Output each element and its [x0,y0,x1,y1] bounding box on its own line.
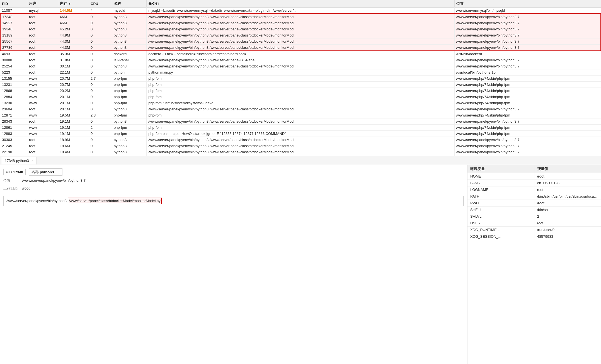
pid-value: 17348 [13,170,23,174]
table-cell: php-fpm [112,112,146,118]
table-row[interactable]: 14927root46M0python3/www/server/panel/py… [0,20,601,26]
table-cell: /www/server/panel/pyenv/bin/python3.7 [454,14,601,20]
table-row[interactable]: 21245root18.6M0python3/www/server/panel/… [0,143,601,149]
table-cell: root [27,137,58,143]
table-cell: 4 [89,8,112,14]
table-cell: root [27,118,58,125]
col-header-name[interactable]: 名称 [112,0,146,8]
env-var-name: SHLVL [467,213,534,220]
table-row[interactable]: 22190root18.4M0python3/www/server/panel/… [0,149,601,155]
table-row[interactable]: 30880root31.8M0BT-Panel/www/server/panel… [0,57,601,63]
table-row[interactable]: 13189root44.9M0python3/www/server/panel/… [0,32,601,38]
table-cell: 0 [89,38,112,45]
table-row[interactable]: 30303root18.9M0python3/www/server/panel/… [0,137,601,143]
table-row[interactable]: 13155www20.7M2.7php-fpmphp-fpm/www/serve… [0,76,601,82]
env-table-row[interactable]: SHLVL2 [467,213,601,220]
table-cell: 13230 [0,100,27,106]
env-table: 环境变量 变量值 HOME/rootLANGen_US.UTF-8LOGNAME… [467,165,601,240]
env-var-name: LANG [467,180,534,186]
table-cell: 44.9M [58,32,89,38]
table-cell: 30880 [0,57,27,63]
table-row[interactable]: 12871www19.5M2.3php-fpmphp-fpm/www/serve… [0,112,601,118]
table-row[interactable]: 19346root45.2M0python3/www/server/panel/… [0,26,601,32]
table-cell: 18.6M [58,143,89,149]
table-row[interactable]: 12868www20.2M0php-fpmphp-fpm/www/server/… [0,88,601,94]
env-table-row[interactable]: XDG_SESSION_...48579983 [467,233,601,240]
table-cell: 0 [89,51,112,57]
table-cell: www [27,131,58,137]
table-row[interactable]: 12883www19.1M0php-fpmphp-fpm bash -c ps … [0,131,601,137]
table-cell: python3 [112,63,146,69]
table-row[interactable]: 12861www19.1M2php-fpmphp-fpm/www/server/… [0,125,601,131]
col-header-loc[interactable]: 位置 [454,0,601,8]
col-header-mem[interactable]: 内存 ▼ [58,0,89,8]
env-table-row[interactable]: LANGen_US.UTF-8 [467,180,601,186]
table-row[interactable]: 17348root46M0python3/www/server/panel/py… [0,14,601,20]
table-cell: 20.1M [58,100,89,106]
table-cell: 25254 [0,63,27,69]
col-header-user[interactable]: 用户 [27,0,58,8]
table-cell: 0 [89,100,112,106]
env-table-row[interactable]: LOGNAMEroot [467,186,601,193]
table-row[interactable]: 28343root19.1M0python3/www/server/panel/… [0,118,601,125]
table-cell: root [27,69,58,76]
table-row[interactable]: 4693root35.3M0dockerddockerd -H fd:// --… [0,51,601,57]
table-row[interactable]: 11087mysql144.5M4mysqldmysqld --basedir=… [0,8,601,14]
table-row[interactable]: 13230www20.1M0php-fpmphp-fpm /usr/lib/sy… [0,100,601,106]
table-cell: /www/server/panel/pyenv/bin/python3.7 [454,137,601,143]
env-var-value: 48579983 [534,233,601,240]
table-cell: root [27,26,58,32]
table-cell: /www/server/panel/pyenv/bin/python3.7 [454,118,601,125]
env-table-row[interactable]: PATH/bin:/sbin:/usr/bin:/usr/sbin:/usr/l… [467,193,601,200]
table-cell: /www/server/php/74/sbin/php-fpm [454,125,601,131]
table-cell: python3 [112,45,146,51]
table-row[interactable]: 5223root22.1M0pythonpython main.py/usr/l… [0,69,601,76]
pid-name-row: PID 17348 名称 python3 [3,168,464,176]
table-cell: python main.py [147,69,455,76]
env-table-row[interactable]: HOME/root [467,173,601,180]
table-cell: php-fpm [112,131,146,137]
table-cell: /www/server/panel/pyenv/bin/python3.7 [454,106,601,112]
table-row[interactable]: 25567root44.3M0python3/www/server/panel/… [0,38,601,45]
table-row[interactable]: 23604root20.1M0python3/www/server/panel/… [0,106,601,112]
workdir-value: /root [22,186,30,190]
env-table-row[interactable]: SHELL/bin/sh [467,207,601,213]
process-table-body: 11087mysql144.5M4mysqldmysqld --basedir=… [0,8,601,156]
table-cell: 46M [58,20,89,26]
table-cell: /www/server/panel/pyenv/bin/python3 /www… [147,26,455,32]
table-cell: 20.1M [58,106,89,112]
table-cell: mysqld [112,8,146,14]
col-header-pid[interactable]: PID [0,0,27,8]
table-cell: python3 [112,118,146,125]
tab-item-17348-python3[interactable]: 17348-python3 × [1,157,37,164]
table-cell: www [27,88,58,94]
table-row[interactable]: 27736root44.3M0python3/www/server/panel/… [0,45,601,51]
table-row[interactable]: 13231www20.7M0php-fpmphp-fpm/www/server/… [0,82,601,88]
env-col-name-header[interactable]: 环境变量 [467,165,534,173]
env-col-value-header[interactable]: 变量值 [534,165,601,173]
pid-box: PID 17348 [3,169,26,175]
location-row: 位置 /www/server/panel/pyenv/bin/python3.7 [3,178,464,183]
table-cell: 19.5M [58,112,89,118]
table-cell: 19.1M [58,118,89,125]
table-row[interactable]: 25254root30.1M0python3/www/server/panel/… [0,63,601,69]
table-cell: 0 [89,26,112,32]
table-cell: php-fpm /usr/lib/systemd/systemd-udevd [147,100,455,106]
col-header-cpu[interactable]: CPU [89,0,112,8]
env-var-value: root [534,186,601,193]
env-table-row[interactable]: USERroot [467,220,601,227]
table-cell: /www/server/php/74/sbin/php-fpm [454,94,601,100]
table-cell: python3 [112,38,146,45]
table-cell: python3 [112,14,146,20]
col-header-cmd[interactable]: 命令行 [147,0,455,8]
table-cell: 30.1M [58,63,89,69]
table-row[interactable]: 12884www20.1M0php-fpmphp-fpm/www/server/… [0,94,601,100]
env-table-row[interactable]: PWD/root [467,200,601,207]
table-cell: /www/server/php/74/sbin/php-fpm [454,112,601,118]
tab-close-icon[interactable]: × [31,159,33,162]
table-cell: /www/server/panel/pyenv/bin/python3.7 [454,38,601,45]
table-cell: BT-Panel [112,57,146,63]
table-cell: 0 [89,32,112,38]
env-table-row[interactable]: XDG_RUNTIME.../run/user/0 [467,227,601,233]
table-cell: /www/server/panel/pyenv/bin/python3 /www… [147,20,455,26]
